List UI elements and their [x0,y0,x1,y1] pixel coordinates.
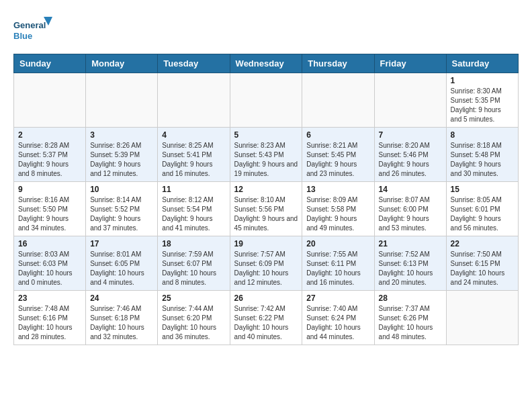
day-number: 22 [451,239,514,248]
day-number: 20 [306,239,369,248]
calendar-cell: 10Sunrise: 8:14 AM Sunset: 5:52 PM Dayli… [86,182,158,236]
calendar-week-1: 1Sunrise: 8:30 AM Sunset: 5:35 PM Daylig… [14,73,519,128]
day-info: Sunrise: 8:20 AM Sunset: 5:46 PM Dayligh… [379,141,442,179]
weekday-header-wednesday: Wednesday [230,54,302,73]
calendar-cell: 5Sunrise: 8:23 AM Sunset: 5:43 PM Daylig… [230,128,302,182]
calendar-cell: 16Sunrise: 8:03 AM Sunset: 6:03 PM Dayli… [14,236,86,291]
day-info: Sunrise: 8:21 AM Sunset: 5:45 PM Dayligh… [306,141,369,179]
day-number: 27 [306,293,369,303]
calendar-cell: 14Sunrise: 8:07 AM Sunset: 6:00 PM Dayli… [374,182,446,236]
day-info: Sunrise: 8:26 AM Sunset: 5:39 PM Dayligh… [90,141,153,179]
calendar-cell [230,73,302,128]
calendar-cell: 27Sunrise: 7:40 AM Sunset: 6:24 PM Dayli… [302,291,374,345]
calendar-week-5: 23Sunrise: 7:48 AM Sunset: 6:16 PM Dayli… [14,291,519,345]
day-info: Sunrise: 7:46 AM Sunset: 6:18 PM Dayligh… [90,304,153,342]
day-number: 19 [234,239,298,248]
day-number: 3 [90,130,153,140]
day-info: Sunrise: 7:40 AM Sunset: 6:24 PM Dayligh… [306,304,369,342]
day-info: Sunrise: 8:25 AM Sunset: 5:41 PM Dayligh… [162,141,225,179]
calendar-cell [158,73,230,128]
day-info: Sunrise: 8:18 AM Sunset: 5:48 PM Dayligh… [451,141,514,179]
calendar-cell: 7Sunrise: 8:20 AM Sunset: 5:46 PM Daylig… [374,128,446,182]
day-number: 18 [162,239,225,248]
calendar-cell: 22Sunrise: 7:50 AM Sunset: 6:15 PM Dayli… [446,236,518,291]
day-number: 6 [306,130,369,140]
day-info: Sunrise: 8:28 AM Sunset: 5:37 PM Dayligh… [18,141,81,179]
weekday-header-sunday: Sunday [14,54,86,73]
day-number: 2 [18,130,81,140]
day-info: Sunrise: 7:48 AM Sunset: 6:16 PM Dayligh… [18,304,81,342]
svg-text:Blue: Blue [13,31,32,41]
day-number: 14 [379,185,442,194]
calendar-cell [302,73,374,128]
day-info: Sunrise: 7:37 AM Sunset: 6:26 PM Dayligh… [379,304,442,342]
day-info: Sunrise: 8:09 AM Sunset: 5:58 PM Dayligh… [306,195,369,233]
calendar-cell: 9Sunrise: 8:16 AM Sunset: 5:50 PM Daylig… [14,182,86,236]
day-info: Sunrise: 7:42 AM Sunset: 6:22 PM Dayligh… [234,304,298,342]
calendar-week-4: 16Sunrise: 8:03 AM Sunset: 6:03 PM Dayli… [14,236,519,291]
day-number: 9 [18,185,81,194]
day-number: 16 [18,239,81,248]
day-info: Sunrise: 7:59 AM Sunset: 6:07 PM Dayligh… [162,250,225,287]
day-info: Sunrise: 8:23 AM Sunset: 5:43 PM Dayligh… [234,141,298,179]
day-info: Sunrise: 8:07 AM Sunset: 6:00 PM Dayligh… [379,195,442,233]
day-number: 12 [234,185,298,194]
day-number: 25 [162,293,225,303]
calendar-cell: 15Sunrise: 8:05 AM Sunset: 6:01 PM Dayli… [446,182,518,236]
calendar-cell: 1Sunrise: 8:30 AM Sunset: 5:35 PM Daylig… [446,73,518,128]
calendar-week-3: 9Sunrise: 8:16 AM Sunset: 5:50 PM Daylig… [14,182,519,236]
calendar-cell: 28Sunrise: 7:37 AM Sunset: 6:26 PM Dayli… [374,291,446,345]
day-number: 8 [451,130,514,140]
calendar-week-2: 2Sunrise: 8:28 AM Sunset: 5:37 PM Daylig… [14,128,519,182]
calendar-cell: 21Sunrise: 7:52 AM Sunset: 6:13 PM Dayli… [374,236,446,291]
day-number: 17 [90,239,153,248]
day-number: 15 [451,185,514,194]
calendar-cell: 19Sunrise: 7:57 AM Sunset: 6:09 PM Dayli… [230,236,302,291]
calendar-cell: 26Sunrise: 7:42 AM Sunset: 6:22 PM Dayli… [230,291,302,345]
weekday-header-friday: Friday [374,54,446,73]
calendar-cell [374,73,446,128]
weekday-header-monday: Monday [86,54,158,73]
calendar-cell: 2Sunrise: 8:28 AM Sunset: 5:37 PM Daylig… [14,128,86,182]
day-number: 26 [234,293,298,303]
calendar-cell: 20Sunrise: 7:55 AM Sunset: 6:11 PM Dayli… [302,236,374,291]
calendar-cell: 12Sunrise: 8:10 AM Sunset: 5:56 PM Dayli… [230,182,302,236]
day-number: 13 [306,185,369,194]
day-number: 4 [162,130,225,140]
day-info: Sunrise: 8:12 AM Sunset: 5:54 PM Dayligh… [162,195,225,233]
day-number: 5 [234,130,298,140]
calendar-cell: 6Sunrise: 8:21 AM Sunset: 5:45 PM Daylig… [302,128,374,182]
day-number: 7 [379,130,442,140]
day-info: Sunrise: 8:03 AM Sunset: 6:03 PM Dayligh… [18,250,81,287]
day-info: Sunrise: 8:16 AM Sunset: 5:50 PM Dayligh… [18,195,81,233]
calendar-cell: 18Sunrise: 7:59 AM Sunset: 6:07 PM Dayli… [158,236,230,291]
day-info: Sunrise: 8:30 AM Sunset: 5:35 PM Dayligh… [451,87,514,124]
day-info: Sunrise: 7:50 AM Sunset: 6:15 PM Dayligh… [451,250,514,287]
calendar-cell: 8Sunrise: 8:18 AM Sunset: 5:48 PM Daylig… [446,128,518,182]
weekday-header-thursday: Thursday [302,54,374,73]
day-number: 10 [90,185,153,194]
page-header: GeneralBlue [13,13,519,47]
day-number: 21 [379,239,442,248]
calendar-header-row: SundayMondayTuesdayWednesdayThursdayFrid… [14,54,519,73]
calendar-cell: 4Sunrise: 8:25 AM Sunset: 5:41 PM Daylig… [158,128,230,182]
day-info: Sunrise: 7:52 AM Sunset: 6:13 PM Dayligh… [379,250,442,287]
day-info: Sunrise: 8:01 AM Sunset: 6:05 PM Dayligh… [90,250,153,287]
day-info: Sunrise: 8:14 AM Sunset: 5:52 PM Dayligh… [90,195,153,233]
calendar-cell: 24Sunrise: 7:46 AM Sunset: 6:18 PM Dayli… [86,291,158,345]
calendar-cell: 11Sunrise: 8:12 AM Sunset: 5:54 PM Dayli… [158,182,230,236]
calendar-cell: 13Sunrise: 8:09 AM Sunset: 5:58 PM Dayli… [302,182,374,236]
weekday-header-tuesday: Tuesday [158,54,230,73]
day-info: Sunrise: 7:44 AM Sunset: 6:20 PM Dayligh… [162,304,225,342]
day-number: 1 [451,76,514,85]
calendar-cell [86,73,158,128]
day-info: Sunrise: 8:05 AM Sunset: 6:01 PM Dayligh… [451,195,514,233]
day-info: Sunrise: 8:10 AM Sunset: 5:56 PM Dayligh… [234,195,298,233]
logo-svg: GeneralBlue [13,13,54,47]
day-info: Sunrise: 7:57 AM Sunset: 6:09 PM Dayligh… [234,250,298,287]
calendar-table: SundayMondayTuesdayWednesdayThursdayFrid… [13,54,519,345]
logo: GeneralBlue [13,13,54,47]
calendar-cell: 23Sunrise: 7:48 AM Sunset: 6:16 PM Dayli… [14,291,86,345]
svg-text:General: General [13,20,46,30]
calendar-cell [14,73,86,128]
